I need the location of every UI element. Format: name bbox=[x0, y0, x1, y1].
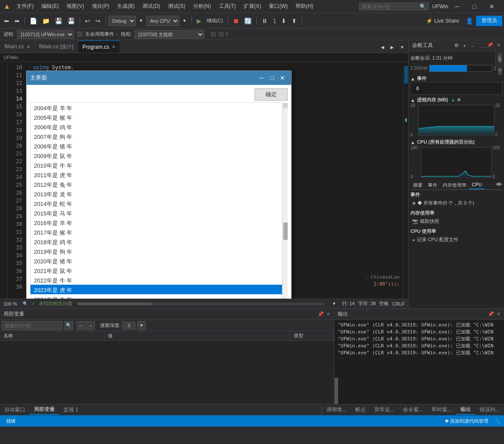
diag-zoom-out[interactable]: - bbox=[470, 42, 477, 49]
locals-search-input[interactable] bbox=[2, 321, 63, 330]
menu-project[interactable]: 项目(P) bbox=[88, 2, 113, 11]
menu-test[interactable]: 测试(S) bbox=[165, 2, 189, 11]
diag-scroll-right[interactable]: ▶ bbox=[499, 181, 502, 189]
cpu-config-arrow[interactable]: ▼ bbox=[180, 15, 189, 27]
user-button[interactable]: 👤 bbox=[464, 15, 475, 27]
dialog-list-item[interactable]: 2020年是 猪 年 bbox=[30, 256, 282, 266]
dialog-list-item[interactable]: 2014年是 蛇 年 bbox=[30, 198, 282, 208]
thread-select[interactable]: [103700] 主线程 bbox=[134, 30, 204, 39]
cpu-config-dropdown[interactable]: Any CPU bbox=[146, 16, 179, 26]
tab-fmain-close[interactable]: ✕ bbox=[27, 44, 30, 49]
tab-callstack[interactable]: 调用堆... bbox=[322, 405, 351, 414]
locals-nav-prev[interactable]: ← bbox=[77, 321, 85, 330]
output-pin[interactable]: 📌 bbox=[488, 311, 494, 317]
dialog-list-item[interactable]: 2024年是 兔 年 bbox=[30, 294, 282, 299]
dialog-list-item[interactable]: 2018年是 鸡 年 bbox=[30, 237, 282, 246]
thread-btn-3[interactable]: / bbox=[224, 30, 231, 38]
back-button[interactable]: ⬅ bbox=[2, 15, 11, 27]
locals-pin[interactable]: 📌 bbox=[318, 311, 324, 317]
menu-view[interactable]: 视图(V) bbox=[63, 2, 87, 11]
title-search-input[interactable] bbox=[359, 3, 429, 10]
tab-program-close[interactable]: ✕ bbox=[112, 44, 115, 49]
restart-button[interactable]: 🔄 bbox=[242, 15, 254, 27]
new-file-button[interactable]: 📄 bbox=[27, 15, 39, 27]
events-pause[interactable]: ⏸ bbox=[413, 83, 422, 94]
diag-cpu-title[interactable]: ▲ CPU (所有处理器的百分比) bbox=[410, 139, 502, 145]
pause-button[interactable]: ⏸ bbox=[259, 15, 270, 27]
tab-fmain-design[interactable]: fMain.cs [设计] bbox=[35, 40, 78, 53]
dialog-list-item[interactable]: 2010年是 牛 年 bbox=[30, 160, 282, 170]
dialog-list-item[interactable]: 2009年是 鼠 年 bbox=[30, 151, 282, 160]
output-close[interactable]: ✕ bbox=[497, 311, 501, 317]
dialog-list-item[interactable]: 2005年是 猴 年 bbox=[30, 112, 282, 122]
tab-exceptions[interactable]: 异常设... bbox=[370, 405, 399, 414]
menu-window[interactable]: 窗口(W) bbox=[265, 2, 291, 11]
tab-menu[interactable]: ▼ bbox=[398, 41, 407, 53]
source-control[interactable]: ✚ 添加到源代码管理 bbox=[442, 418, 491, 424]
menu-analyze[interactable]: 分析(N) bbox=[190, 2, 215, 11]
tab-errorlist[interactable]: 错误列... bbox=[475, 405, 504, 414]
diag-zoom-in[interactable]: + bbox=[461, 42, 468, 49]
diag-tab-events[interactable]: 事件 bbox=[425, 181, 440, 189]
save-all-button[interactable]: 💾 bbox=[65, 15, 77, 27]
scroll-tabs-right[interactable]: ▶ bbox=[388, 41, 396, 53]
scroll-tabs-left[interactable]: ◀ bbox=[379, 41, 386, 53]
diag-options[interactable]: … bbox=[478, 42, 485, 49]
dialog-close-button[interactable]: ✕ bbox=[277, 73, 288, 83]
dialog-list-item[interactable]: 2016年是 羊 年 bbox=[30, 218, 282, 227]
menu-file[interactable]: 文件(F) bbox=[13, 2, 37, 11]
tab-auto-window[interactable]: 自动窗口 bbox=[0, 405, 30, 414]
output-content[interactable]: "UFWin.exe" (CLR v4.0.30319: UFWin.exe):… bbox=[334, 320, 504, 369]
forward-button[interactable]: ➡ bbox=[12, 15, 22, 27]
menu-edit[interactable]: 编辑(E) bbox=[38, 2, 62, 11]
diag-screenshot[interactable]: 📷 截取快照 bbox=[410, 217, 502, 225]
dialog-list[interactable]: 2004年是 羊 年2005年是 猴 年2006年是 鸡 年2007年是 狗 年… bbox=[30, 102, 282, 299]
thread-btn-1[interactable]: ⬛ bbox=[208, 30, 215, 38]
open-button[interactable]: 📁 bbox=[40, 15, 52, 27]
diag-memory-title[interactable]: ▲ 进程内存 (MB) ● ✱ bbox=[410, 97, 502, 103]
debug-config-arrow[interactable]: ▼ bbox=[137, 15, 145, 27]
liveshare-button[interactable]: ⚡ Live Share bbox=[423, 17, 463, 25]
menu-tools[interactable]: 工具(T) bbox=[215, 2, 239, 11]
diag-tab-cpu[interactable]: CPU bbox=[469, 181, 484, 189]
diag-scroll-left[interactable]: ◀ bbox=[495, 181, 499, 189]
status-mode[interactable]: 就绪 bbox=[3, 418, 18, 424]
tab-immediate[interactable]: 即时窗... bbox=[427, 405, 456, 414]
locals-close[interactable]: ✕ bbox=[326, 311, 330, 317]
depth-dropdown[interactable]: ▼ bbox=[137, 321, 146, 330]
maximize-button[interactable]: □ bbox=[466, 0, 483, 13]
step-into-button[interactable]: ⬇ bbox=[279, 15, 289, 27]
debug-config-dropdown[interactable]: Debug bbox=[108, 16, 136, 26]
diag-tab-summary[interactable]: 摘要 bbox=[410, 181, 425, 189]
tab-fmain[interactable]: fMain.cs ✕ bbox=[0, 40, 35, 53]
menu-build[interactable]: 生成(B) bbox=[114, 2, 138, 11]
dialog-list-item[interactable]: 2017年是 猴 年 bbox=[30, 227, 282, 237]
locals-search-btn[interactable]: 🔍 bbox=[64, 321, 73, 330]
tab-cmdwindow[interactable]: 命令窗... bbox=[399, 405, 427, 414]
dialog-scroll-up[interactable]: ▲ bbox=[283, 103, 288, 108]
diag-settings[interactable]: ⚙ bbox=[452, 42, 459, 49]
menu-debug[interactable]: 调试(D) bbox=[139, 2, 164, 11]
dialog-list-item[interactable]: 2008年是 猪 年 bbox=[30, 141, 282, 151]
close-button[interactable]: ✕ bbox=[483, 0, 501, 13]
scroll-indicator[interactable]: ▼ bbox=[330, 298, 339, 309]
menu-help[interactable]: 帮助(H) bbox=[292, 2, 317, 11]
tab-watch[interactable]: 监视 1 bbox=[59, 405, 83, 414]
step-out-button[interactable]: ⬆ bbox=[289, 15, 299, 27]
process-select[interactable]: [103712] UFWin.exe bbox=[17, 30, 74, 39]
step-over-button[interactable]: ⤵ bbox=[271, 15, 278, 27]
dialog-list-item[interactable]: 2004年是 羊 年 bbox=[30, 103, 282, 112]
dialog-maximize-button[interactable]: □ bbox=[267, 73, 277, 83]
save-button[interactable]: 💾 bbox=[53, 15, 64, 27]
dialog-list-item[interactable]: 2012年是 兔 年 bbox=[30, 179, 282, 189]
output-scrollbar[interactable] bbox=[334, 369, 338, 404]
dialog-scrollbar[interactable]: ▲ ▼ bbox=[282, 102, 288, 299]
dialog-list-item[interactable]: 2023年是 虎 年 bbox=[30, 285, 282, 294]
redo-button[interactable]: ↪ bbox=[93, 15, 103, 27]
diag-pin[interactable]: 📌 bbox=[487, 42, 493, 49]
dialog-list-item[interactable]: 2011年是 虎 年 bbox=[30, 170, 282, 179]
menu-extend[interactable]: 扩展(X) bbox=[240, 2, 265, 11]
admin-button[interactable]: 管理员 bbox=[476, 16, 502, 26]
minimize-button[interactable]: ─ bbox=[448, 0, 466, 13]
editor-scrollbar[interactable] bbox=[403, 62, 408, 299]
